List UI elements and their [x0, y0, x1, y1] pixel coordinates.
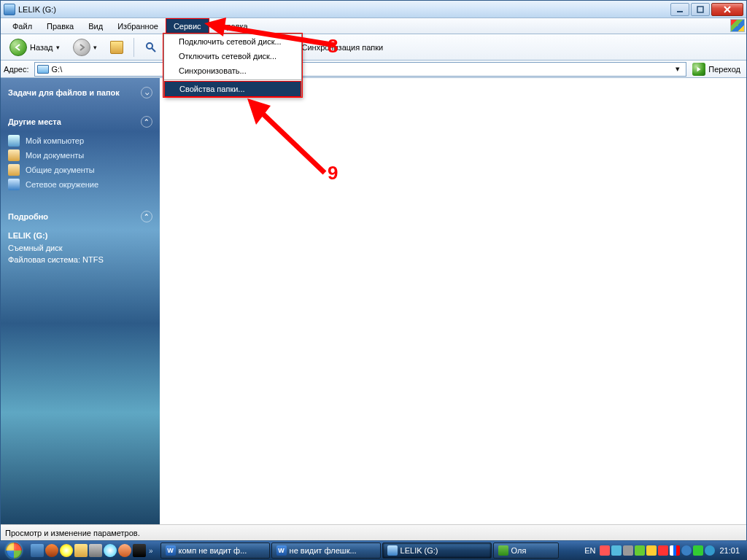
- tray-icon[interactable]: [658, 545, 668, 556]
- chevron-down-icon: ▾: [93, 44, 97, 51]
- status-text: Просмотр и изменение параметров.: [5, 529, 140, 537]
- task-word-2[interactable]: не видит флешк...: [271, 542, 381, 559]
- task-word-1[interactable]: комп не видит ф...: [160, 542, 270, 559]
- separator: [133, 38, 134, 57]
- back-label: Назад: [30, 43, 53, 52]
- details-panel-title: Подробно: [8, 212, 48, 221]
- task-label: не видит флешк...: [290, 546, 357, 555]
- start-orb-icon: [6, 542, 22, 559]
- menu-edit[interactable]: Правка: [39, 18, 81, 34]
- address-field[interactable]: ▾: [34, 62, 687, 77]
- svg-rect-1: [697, 7, 703, 12]
- statusbar: Просмотр и изменение параметров.: [1, 524, 746, 540]
- menu-view[interactable]: Вид: [81, 18, 110, 34]
- clock[interactable]: 21:01: [716, 546, 743, 555]
- ql-icon[interactable]: [74, 544, 88, 557]
- menu-help[interactable]: Справка: [209, 18, 255, 34]
- folder-up-icon: [110, 41, 123, 54]
- minimize-button[interactable]: [670, 3, 689, 16]
- menu-favorites[interactable]: Избранное: [110, 18, 166, 34]
- sidebar-item-label: Мой компьютер: [26, 136, 84, 145]
- svg-point-4: [147, 43, 152, 49]
- tools-dropdown: Подключить сетевой диск... Отключить сет…: [163, 34, 302, 97]
- sidebar: Задачи для файлов и папок ⌵ Другие места…: [1, 78, 160, 524]
- tray-icon[interactable]: [681, 545, 692, 556]
- task-qip[interactable]: Оля: [493, 542, 559, 559]
- tray-icon[interactable]: [635, 545, 645, 556]
- tasks-panel: Задачи для файлов и папок ⌵: [1, 78, 160, 107]
- tray-icon[interactable]: [705, 545, 715, 556]
- details-name: LELIK (G:): [8, 230, 152, 242]
- drive-icon: [4, 4, 15, 15]
- places-panel-head[interactable]: Другие места ⌃: [8, 112, 152, 132]
- ql-icon[interactable]: [89, 544, 102, 557]
- ql-icon[interactable]: [118, 544, 131, 557]
- tasks-panel-head[interactable]: Задачи для файлов и папок ⌵: [8, 82, 152, 103]
- ql-more[interactable]: »: [147, 547, 155, 555]
- windows-flag-icon: [730, 19, 745, 32]
- menu-tools[interactable]: Сервис: [166, 18, 209, 34]
- taskbar-tasks: комп не видит ф... не видит флешк... LEL…: [158, 542, 559, 559]
- tray-icon[interactable]: [623, 545, 633, 556]
- tray-icon[interactable]: [670, 545, 680, 556]
- address-bar: Адрес: ▾ Переход: [1, 61, 746, 78]
- window-title: LELIK (G:): [18, 5, 56, 14]
- sync-label: Синхронизация папки: [301, 43, 383, 52]
- address-input[interactable]: [52, 65, 670, 74]
- tray-icon[interactable]: [611, 545, 622, 556]
- ql-icon[interactable]: [133, 544, 146, 557]
- forward-button[interactable]: ▾: [69, 37, 101, 58]
- window-controls: [670, 3, 743, 16]
- sidebar-item-label: Мои документы: [26, 151, 84, 160]
- task-label: комп не видит ф...: [179, 546, 247, 555]
- quick-launch: »: [28, 544, 158, 557]
- content-area[interactable]: [160, 78, 746, 524]
- computer-icon: [8, 135, 20, 147]
- chevron-down-icon[interactable]: ▾: [672, 64, 684, 74]
- details-body: LELIK (G:) Съемный диск Файловая система…: [8, 227, 152, 266]
- ql-icon[interactable]: [45, 544, 58, 557]
- dd-disconnect-network-drive[interactable]: Отключить сетевой диск...: [164, 49, 301, 63]
- up-button[interactable]: [106, 39, 128, 55]
- task-explorer[interactable]: LELIK (G:): [382, 542, 492, 559]
- sidebar-item-shared-documents[interactable]: Общие документы: [8, 163, 152, 177]
- ql-icon[interactable]: [60, 544, 73, 557]
- tray-icon[interactable]: [600, 545, 610, 556]
- sidebar-item-label: Общие документы: [26, 166, 95, 174]
- close-button[interactable]: [711, 3, 743, 16]
- tasks-panel-title: Задачи для файлов и папок: [8, 88, 120, 97]
- folder-icon: [8, 164, 20, 176]
- dd-folder-options[interactable]: Свойства папки...: [165, 82, 301, 96]
- details-panel: Подробно ⌃ LELIK (G:) Съемный диск Файло…: [1, 202, 160, 271]
- dd-synchronize[interactable]: Синхронизовать...: [164, 63, 301, 78]
- search-button[interactable]: [140, 39, 162, 55]
- task-label: LELIK (G:): [400, 546, 438, 555]
- places-panel-title: Другие места: [8, 117, 61, 126]
- details-panel-head[interactable]: Подробно ⌃: [8, 206, 152, 227]
- toolbar: Назад ▾ ▾ Папки ▾ ✕ S Синхронизация папк…: [1, 34, 746, 61]
- start-button[interactable]: [0, 541, 28, 560]
- details-type: Съемный диск: [8, 242, 152, 254]
- language-indicator[interactable]: EN: [581, 546, 598, 555]
- chevron-up-icon: ⌃: [141, 211, 152, 222]
- chevron-down-icon: ▾: [56, 44, 60, 51]
- sidebar-item-my-documents[interactable]: Мои документы: [8, 148, 152, 163]
- sidebar-item-network[interactable]: Сетевое окружение: [8, 177, 152, 192]
- sidebar-item-my-computer[interactable]: Мой компьютер: [8, 133, 152, 148]
- sidebar-item-label: Сетевое окружение: [26, 180, 98, 189]
- chevron-down-icon: ⌵: [141, 87, 152, 98]
- ql-icon[interactable]: [31, 544, 44, 557]
- back-button[interactable]: Назад ▾: [5, 37, 64, 58]
- menu-file[interactable]: Файл: [5, 18, 39, 34]
- tray-icon[interactable]: [693, 545, 703, 556]
- task-label: Оля: [511, 546, 527, 555]
- go-arrow-icon: [692, 63, 705, 76]
- taskbar: » комп не видит ф... не видит флешк... L…: [0, 541, 747, 560]
- go-button[interactable]: Переход: [689, 62, 743, 77]
- tray-icon[interactable]: [646, 545, 657, 556]
- ql-icon[interactable]: [104, 544, 117, 557]
- address-label: Адрес:: [4, 65, 29, 74]
- maximize-button[interactable]: [691, 3, 710, 16]
- drive-icon: [387, 545, 398, 556]
- dd-connect-network-drive[interactable]: Подключить сетевой диск...: [164, 34, 301, 49]
